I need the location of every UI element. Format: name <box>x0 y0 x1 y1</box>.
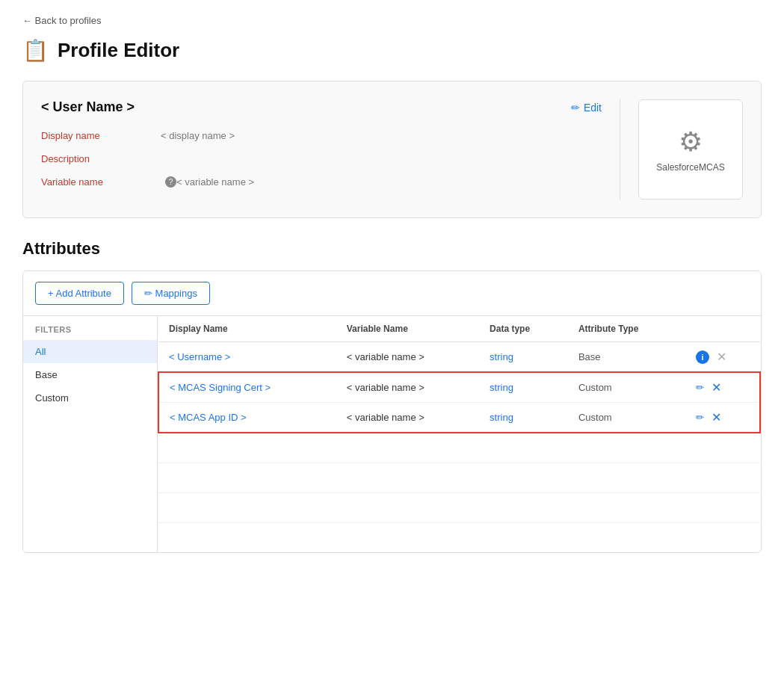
empty-cell <box>158 433 760 463</box>
profile-card: < User Name > ✏ Edit Display name < disp… <box>22 81 762 218</box>
remove-icon[interactable]: ✕ <box>717 350 726 364</box>
filter-item-custom[interactable]: Custom <box>23 386 157 410</box>
logo-label: SalesforceMCAS <box>656 162 724 173</box>
edit-icon[interactable]: ✏ <box>696 412 704 423</box>
attr-type-value: Custom <box>578 412 612 423</box>
back-link[interactable]: ← Back to profiles <box>22 15 762 26</box>
cell-display-name: < MCAS Signing Cert > <box>158 372 336 403</box>
field-value-display-name: < display name > <box>161 130 235 141</box>
data-type-value: string <box>490 351 513 362</box>
empty-cell <box>158 492 760 522</box>
table-row-empty <box>158 463 760 492</box>
cell-actions: i ✕ <box>685 342 760 373</box>
cell-display-name: < MCAS App ID > <box>158 403 336 433</box>
page-title: Profile Editor <box>58 39 179 62</box>
page-title-row: 📋 Profile Editor <box>22 38 762 63</box>
remove-icon[interactable]: ✕ <box>712 380 721 395</box>
table-row: < MCAS Signing Cert > < variable name > … <box>158 372 760 403</box>
vertical-divider <box>620 99 620 200</box>
help-icon[interactable]: ? <box>165 176 176 188</box>
table-row-empty <box>158 522 760 552</box>
attributes-toolbar: + Add Attribute ✏ Mappings <box>23 271 761 316</box>
cell-data-type: string <box>479 372 568 403</box>
attr-type-value: Custom <box>578 382 612 393</box>
edit-profile-button[interactable]: ✏ Edit <box>571 102 602 114</box>
attr-type-value: Base <box>578 351 601 362</box>
col-actions <box>685 316 760 342</box>
field-label-variable-row: Variable name ? <box>41 176 176 188</box>
col-data-type: Data type <box>479 316 568 342</box>
data-type-value: string <box>490 412 513 423</box>
table-row: < Username > < variable name > string Ba… <box>158 342 760 373</box>
field-label-variable-name: Variable name <box>41 176 161 188</box>
variable-name-value: < variable name > <box>347 382 425 393</box>
table-body: < Username > < variable name > string Ba… <box>158 342 760 553</box>
table-row-empty <box>158 433 760 463</box>
row-actions: ✏ ✕ <box>696 380 749 395</box>
profile-name: < User Name > <box>41 99 135 115</box>
edit-icon[interactable]: ✏ <box>696 382 704 393</box>
edit-label: Edit <box>584 102 602 114</box>
info-icon[interactable]: i <box>696 350 709 364</box>
filters-panel: FILTERS All Base Custom <box>23 316 158 552</box>
table-area: Display Name Variable Name Data type Att… <box>158 316 761 552</box>
filter-item-base[interactable]: Base <box>23 363 157 386</box>
profile-field-display-name: Display name < display name > <box>41 130 602 141</box>
cell-data-type: string <box>479 403 568 433</box>
mappings-button[interactable]: ✏ Mappings <box>132 282 210 305</box>
attributes-section: Attributes + Add Attribute ✏ Mappings FI… <box>22 239 762 553</box>
remove-icon[interactable]: ✕ <box>712 410 721 424</box>
empty-cell <box>158 522 760 552</box>
cell-data-type: string <box>479 342 568 373</box>
table-header: Display Name Variable Name Data type Att… <box>158 316 760 342</box>
field-label-description: Description <box>41 153 161 164</box>
data-type-value: string <box>490 382 513 393</box>
field-value-variable-name: < variable name > <box>176 176 254 188</box>
profile-info: < User Name > ✏ Edit Display name < disp… <box>41 99 602 200</box>
display-name-value: < MCAS Signing Cert > <box>170 382 271 393</box>
cell-variable-name: < variable name > <box>336 342 479 373</box>
col-variable-name: Variable Name <box>336 316 479 342</box>
table-header-row: Display Name Variable Name Data type Att… <box>158 316 760 342</box>
profile-logo-box: ⚙ SalesforceMCAS <box>638 99 743 200</box>
display-name-value: < MCAS App ID > <box>170 412 247 423</box>
filter-item-all[interactable]: All <box>23 340 157 363</box>
cell-variable-name: < variable name > <box>336 403 479 433</box>
page-icon: 📋 <box>22 38 49 63</box>
variable-name-value: < variable name > <box>347 351 425 362</box>
profile-field-description: Description <box>41 153 602 164</box>
row-actions: i ✕ <box>696 350 750 364</box>
empty-cell <box>158 463 760 492</box>
table-row-empty <box>158 492 760 522</box>
field-label-display-name: Display name <box>41 130 161 141</box>
filters-header: FILTERS <box>23 316 157 340</box>
attributes-body: FILTERS All Base Custom Display Name Var… <box>23 316 761 552</box>
gear-icon: ⚙ <box>679 126 703 158</box>
cell-actions: ✏ ✕ <box>685 372 760 403</box>
attributes-table: Display Name Variable Name Data type Att… <box>158 316 761 552</box>
cell-actions: ✏ ✕ <box>685 403 760 433</box>
attributes-card: + Add Attribute ✏ Mappings FILTERS All B… <box>22 271 762 553</box>
profile-field-variable-name: Variable name ? < variable name > <box>41 176 602 188</box>
edit-pencil-icon: ✏ <box>571 102 580 114</box>
profile-name-row: < User Name > ✏ Edit <box>41 99 602 115</box>
row-actions: ✏ ✕ <box>696 410 749 424</box>
table-row: < MCAS App ID > < variable name > string… <box>158 403 760 433</box>
cell-attr-type: Base <box>568 342 685 373</box>
display-name-value: < Username > <box>169 351 230 362</box>
attributes-title: Attributes <box>22 239 762 259</box>
col-attr-type: Attribute Type <box>568 316 685 342</box>
cell-display-name: < Username > <box>158 342 336 373</box>
variable-name-value: < variable name > <box>347 412 425 423</box>
cell-attr-type: Custom <box>568 403 685 433</box>
cell-variable-name: < variable name > <box>336 372 479 403</box>
page-container: ← Back to profiles 📋 Profile Editor < Us… <box>0 0 784 583</box>
col-display-name: Display Name <box>158 316 336 342</box>
cell-attr-type: Custom <box>568 372 685 403</box>
add-attribute-button[interactable]: + Add Attribute <box>35 282 124 305</box>
